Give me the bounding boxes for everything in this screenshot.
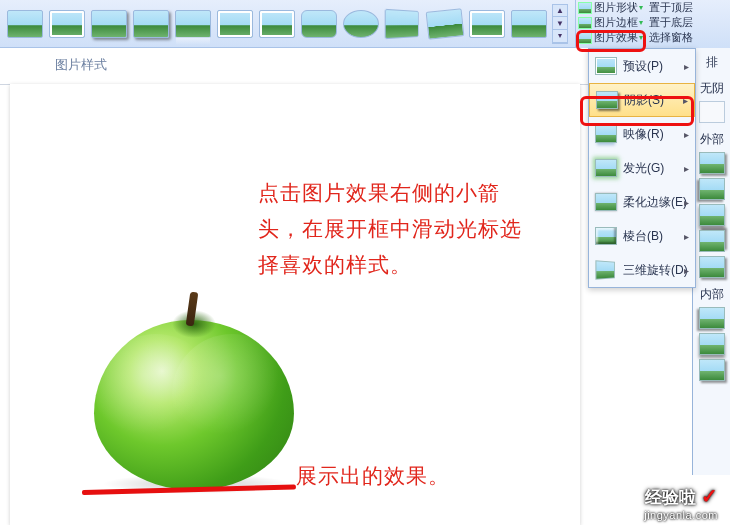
chevron-right-icon: ▸: [684, 231, 689, 242]
apple-highlight: [172, 334, 292, 454]
style-thumb[interactable]: [426, 8, 465, 40]
scroll-down-icon[interactable]: ▼: [553, 17, 567, 30]
chevron-down-icon: ▾: [639, 33, 643, 42]
label: 发光(G): [623, 160, 664, 177]
gallery-scroll[interactable]: ▲ ▼ ▾: [552, 4, 568, 44]
shadow-swatch[interactable]: [699, 230, 725, 252]
selection-pane-button[interactable]: 选择窗格: [649, 30, 693, 45]
apple-body: [94, 320, 294, 490]
menu-bevel[interactable]: 棱台(B) ▸: [589, 219, 695, 253]
label: 图片边框: [594, 15, 638, 30]
style-thumb[interactable]: [7, 10, 43, 38]
style-thumb[interactable]: [49, 10, 85, 38]
shadow-icon: [596, 91, 618, 109]
picture-effects-button[interactable]: 图片效果▾: [578, 30, 643, 45]
glow-icon: [595, 159, 617, 177]
menu-shadow[interactable]: 阴影(S) ▸: [589, 83, 695, 117]
label: 图片形状: [594, 0, 638, 15]
send-to-back-button[interactable]: 置于底层: [649, 15, 693, 30]
inner-label: 内部: [700, 286, 724, 303]
chevron-right-icon: ▸: [684, 61, 689, 72]
style-thumb[interactable]: [469, 10, 505, 38]
watermark-text: 经验啦: [645, 488, 696, 507]
annotation-instruction-text: 点击图片效果右侧的小箭头，在展开框中滑动光标选择喜欢的样式。: [258, 175, 528, 283]
label: 预设(P): [623, 58, 663, 75]
picture-shape-button[interactable]: 图片形状▾: [578, 0, 643, 15]
shadow-swatch[interactable]: [699, 307, 725, 329]
shadow-swatch[interactable]: [699, 256, 725, 278]
shadow-none-swatch[interactable]: [699, 101, 725, 123]
ribbon-right-panel: 图片形状▾ 置于顶层 图片边框▾ 置于底层 图片效果▾ 选择窗格: [575, 0, 730, 48]
watermark-url: jingyanla.com: [644, 509, 718, 521]
picture-border-button[interactable]: 图片边框▾: [578, 15, 643, 30]
shadow-swatch[interactable]: [699, 178, 725, 200]
chevron-right-icon: ▸: [684, 163, 689, 174]
label: 图片效果: [594, 30, 638, 45]
effects-icon: [578, 32, 592, 44]
style-thumb[interactable]: [301, 10, 337, 38]
style-thumb[interactable]: [259, 10, 295, 38]
chevron-right-icon: ▸: [684, 129, 689, 140]
scroll-up-icon[interactable]: ▲: [553, 5, 567, 18]
bring-to-front-button[interactable]: 置于顶层: [649, 0, 693, 15]
no-shadow-label: 无阴: [700, 80, 724, 97]
shadow-swatch[interactable]: [699, 204, 725, 226]
gallery-expand-icon[interactable]: ▾: [553, 30, 567, 43]
shadow-swatch[interactable]: [699, 359, 725, 381]
outer-label: 外部: [700, 131, 724, 148]
bevel-icon: [595, 227, 617, 245]
menu-preset[interactable]: 预设(P) ▸: [589, 49, 695, 83]
label: 置于底层: [649, 15, 693, 30]
menu-reflection[interactable]: 映像(R) ▸: [589, 117, 695, 151]
label: 三维旋转(D): [623, 262, 688, 279]
annotation-caption-text: 展示出的效果。: [296, 462, 450, 490]
label: 棱台(B): [623, 228, 663, 245]
menu-soft-edges[interactable]: 柔化边缘(E) ▸: [589, 185, 695, 219]
style-thumb[interactable]: [133, 10, 169, 38]
shadow-swatch[interactable]: [699, 333, 725, 355]
style-thumb[interactable]: [175, 10, 211, 38]
shadow-swatch[interactable]: [699, 152, 725, 174]
menu-3d-rotation[interactable]: 三维旋转(D) ▸: [589, 253, 695, 287]
label: 柔化边缘(E): [623, 194, 687, 211]
label: 置于顶层: [649, 0, 693, 15]
label: 选择窗格: [649, 30, 693, 45]
soft-edges-icon: [595, 193, 617, 211]
apple-image[interactable]: [84, 300, 304, 500]
shape-icon: [578, 2, 592, 14]
reflection-icon: [595, 125, 617, 143]
check-icon: ✓: [701, 485, 718, 507]
style-thumb[interactable]: [511, 10, 547, 38]
label: 阴影(S): [624, 92, 664, 109]
chevron-down-icon: ▾: [639, 3, 643, 12]
shadow-submenu: 排 无阴 外部 内部: [692, 48, 730, 475]
style-thumb[interactable]: [343, 10, 379, 38]
border-icon: [578, 17, 592, 29]
chevron-down-icon: ▾: [639, 18, 643, 27]
style-thumb[interactable]: [91, 10, 127, 38]
rotation-3d-icon: [595, 260, 615, 280]
menu-glow[interactable]: 发光(G) ▸: [589, 151, 695, 185]
style-thumb[interactable]: [385, 8, 419, 38]
style-thumb[interactable]: [217, 10, 253, 38]
section-label: 图片样式: [55, 56, 107, 74]
chevron-right-icon: ▸: [684, 197, 689, 208]
preset-icon: [595, 57, 617, 75]
chevron-right-icon: ▸: [684, 265, 689, 276]
chevron-right-icon: ▸: [683, 95, 688, 106]
picture-effects-menu: 预设(P) ▸ 阴影(S) ▸ 映像(R) ▸ 发光(G) ▸ 柔化边缘(E) …: [588, 48, 696, 288]
alignment-group-label: 排: [706, 54, 718, 74]
watermark: 经验啦 ✓ jingyanla.com: [644, 484, 718, 521]
label: 映像(R): [623, 126, 664, 143]
